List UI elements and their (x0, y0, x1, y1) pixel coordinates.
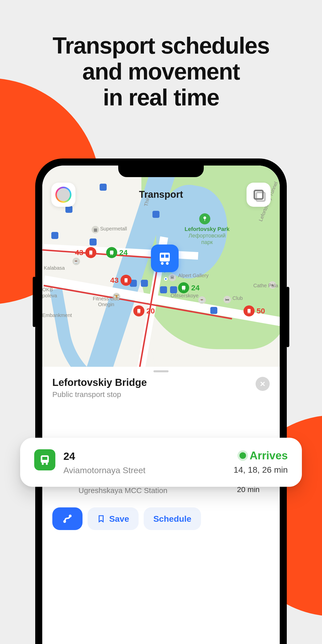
map-pin-bus-24[interactable]: 24 (106, 247, 128, 258)
svg-point-32 (42, 463, 44, 465)
svg-rect-8 (125, 278, 128, 282)
svg-point-15 (138, 312, 139, 313)
route-number: 24 (63, 450, 226, 462)
poi-icon: ☕ (72, 258, 80, 265)
selected-stop-marker[interactable] (151, 245, 179, 272)
svg-rect-11 (182, 286, 185, 289)
layers-icon (254, 190, 264, 200)
arrival-status: Arrives (234, 449, 288, 462)
svg-rect-21 (161, 255, 164, 258)
svg-point-18 (248, 312, 249, 313)
map-pin-tram-43[interactable]: 43 (110, 275, 132, 286)
svg-point-33 (46, 463, 48, 465)
svg-point-4 (91, 254, 92, 255)
schedule-label: Schedule (153, 514, 191, 524)
profile-button[interactable] (51, 183, 75, 207)
map-mode-title: Transport (42, 189, 280, 200)
svg-point-0 (204, 216, 206, 219)
svg-point-9 (125, 282, 126, 283)
layers-button[interactable] (247, 183, 271, 207)
sheet-grabber[interactable] (153, 370, 169, 372)
arrival-times: 14, 18, 26 min (234, 465, 288, 475)
live-dot-icon (239, 452, 246, 459)
svg-rect-31 (42, 457, 47, 460)
map-pin-tram-43[interactable]: 43 (75, 247, 96, 258)
poi-icon: ▦ (92, 226, 99, 233)
phone-frame: ▦ ☕ 🏋 🏛 ☕ 🛏 ★ Supermetall Kalabasa OKB p… (35, 158, 287, 644)
avatar-icon (55, 187, 71, 203)
svg-point-3 (90, 254, 91, 255)
selected-stop-dot (164, 277, 168, 281)
promo-headline: Transport schedules and movement in real… (0, 33, 322, 110)
svg-point-13 (184, 289, 185, 290)
svg-rect-17 (248, 309, 251, 312)
route-item-24[interactable]: 24 Aviamotornaya Street Arrives 14, 18, … (20, 438, 302, 487)
poi-icon: ☕ (198, 296, 206, 304)
map-pin-tram-50[interactable]: 50 (244, 305, 265, 316)
map-pin-bus-24[interactable]: 24 (178, 282, 199, 293)
stop-title: Lefortovskiy Bridge (52, 377, 256, 388)
svg-point-23 (161, 262, 164, 265)
poi-icon: 🛏 (223, 296, 231, 303)
svg-rect-14 (137, 309, 140, 312)
svg-point-19 (249, 312, 250, 313)
bus-icon (34, 449, 55, 470)
phone-screen: ▦ ☕ 🏋 🏛 ☕ 🛏 ★ Supermetall Kalabasa OKB p… (42, 166, 280, 644)
svg-rect-2 (89, 251, 92, 254)
route-destination: Ugreshskaya MCC Station (78, 486, 222, 495)
park-name: Lefortovsky Park Лефортовский парк (183, 226, 231, 246)
save-label: Save (109, 514, 129, 524)
svg-point-10 (126, 282, 127, 283)
svg-point-6 (110, 254, 111, 255)
save-button[interactable]: Save (88, 507, 139, 530)
svg-point-7 (112, 254, 113, 255)
phone-notch (118, 166, 204, 177)
svg-rect-1 (205, 219, 205, 221)
bottom-sheet[interactable]: Lefortovskiy Bridge Public transport sto… (42, 367, 280, 644)
schedule-button[interactable]: Schedule (144, 507, 201, 530)
route-button[interactable] (52, 507, 83, 530)
svg-point-12 (182, 289, 183, 290)
svg-point-24 (166, 262, 169, 265)
svg-rect-22 (166, 255, 169, 258)
svg-point-16 (139, 312, 140, 313)
svg-rect-5 (110, 251, 113, 254)
poi-icon: 🏛 (169, 274, 176, 281)
route-destination: Aviamotornaya Street (63, 465, 226, 475)
park-pin-icon (199, 213, 210, 224)
stop-subtitle: Public transport stop (52, 390, 256, 399)
close-button[interactable] (256, 377, 270, 391)
map-pin-tram-20[interactable]: 20 (133, 305, 155, 316)
